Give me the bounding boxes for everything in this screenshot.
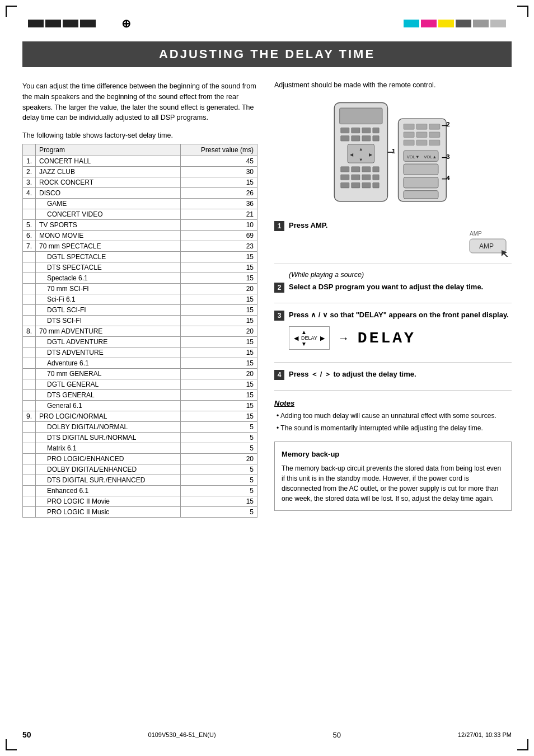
table-cell-value: 15 (181, 379, 257, 390)
table-row: 3.ROCK CONCERT15 (23, 177, 257, 188)
table-cell-num (23, 464, 36, 475)
svg-rect-6 (341, 136, 349, 142)
table-cell-program: PRO LOGIC II Movie (36, 496, 181, 507)
svg-rect-31 (404, 132, 414, 138)
intro-paragraph: You can adjust the time difference betwe… (22, 81, 257, 123)
table-cell-num: 6. (23, 231, 36, 241)
table-cell-num (23, 475, 36, 486)
svg-text:4: 4 (446, 175, 450, 181)
table-cell-program: Sci-Fi 6.1 (36, 294, 181, 305)
table-cell-program: PRO LOGIC/ENHANCED (36, 454, 181, 464)
table-cell-num (23, 294, 36, 305)
table-cell-value: 15 (181, 411, 257, 422)
delay-display: ◀ ▲ DELAY ▼ ▶ → DELAY (289, 326, 512, 350)
svg-text:1: 1 (392, 148, 396, 154)
table-row: DOLBY DIGITAL/NORMAL5 (23, 422, 257, 433)
table-cell-program: DTS DIGITAL SUR./ENHANCED (36, 475, 181, 486)
table-cell-program: PRO LOGIC/NORMAL (36, 411, 181, 422)
table-cell-value: 15 (181, 273, 257, 284)
svg-rect-22 (373, 175, 379, 180)
delay-display-word: DELAY (358, 330, 416, 347)
table-row: DGTL SPECTACLE15 (23, 252, 257, 262)
svg-rect-1 (340, 108, 382, 124)
table-cell-program: GAME (36, 199, 181, 209)
table-cell-num (23, 422, 36, 433)
svg-rect-35 (416, 140, 427, 145)
table-cell-num (23, 348, 36, 358)
table-cell-num (23, 433, 36, 443)
table-cell-program: MONO MOVIE (36, 231, 181, 241)
memory-box-text: The memory back-up circuit prevents the … (282, 464, 501, 503)
table-cell-value: 15 (181, 177, 257, 188)
dark-bar (456, 20, 471, 27)
svg-rect-26 (373, 182, 379, 188)
table-row: 9.PRO LOGIC/NORMAL15 (23, 411, 257, 422)
table-row: DGTL ADVENTURE15 (23, 337, 257, 348)
table-row: Adventure 6.115 (23, 358, 257, 369)
table-cell-num: 7. (23, 241, 36, 252)
table-cell-value: 69 (181, 231, 257, 241)
table-row: GAME36 (23, 199, 257, 209)
table-cell-num: 3. (23, 177, 36, 188)
table-cell-value: 20 (181, 454, 257, 464)
table-cell-num: 8. (23, 326, 36, 337)
cyan-bar (404, 20, 419, 27)
svg-text:VOL▼: VOL▼ (407, 154, 420, 159)
svg-rect-28 (404, 124, 414, 130)
table-cell-program: Enhanced 6.1 (36, 486, 181, 496)
step-1-number: 1 (274, 221, 284, 231)
table-cell-value: 15 (181, 262, 257, 273)
table-cell-program: DGTL SCI-FI (36, 305, 181, 316)
table-cell-value: 15 (181, 348, 257, 358)
corner-tr (517, 6, 528, 17)
left-column: You can adjust the time difference betwe… (22, 81, 257, 518)
table-row: 5.TV SPORTS10 (23, 220, 257, 231)
table-cell-value: 36 (181, 199, 257, 209)
main-content: You can adjust the time difference betwe… (22, 81, 512, 518)
svg-rect-3 (352, 128, 360, 133)
step-2-label: (While playing a source) (289, 271, 512, 279)
table-row: DOLBY DIGITAL/ENHANCED5 (23, 464, 257, 475)
svg-rect-19 (341, 175, 349, 180)
table-cell-num (23, 369, 36, 379)
table-cell-program: DISCO (36, 188, 181, 199)
note-item-2: • The sound is momentarily interrupted w… (274, 423, 512, 433)
table-cell-num (23, 390, 36, 401)
table-cell-program: DTS SCI-FI (36, 316, 181, 326)
delay-table: Program Preset value (ms) 1.CONCERT HALL… (22, 144, 257, 518)
gray-bar-1 (473, 20, 489, 27)
top-bar: ⊕ (22, 17, 512, 30)
page-container: ⊕ ADJUSTING THE DELAY TIME You can adjus… (0, 0, 534, 756)
svg-text:VOL▲: VOL▲ (424, 154, 437, 159)
svg-rect-23 (341, 182, 349, 188)
table-cell-value: 30 (181, 167, 257, 177)
svg-rect-16 (352, 167, 360, 172)
adj-note: Adjustment should be made with the remot… (274, 81, 512, 89)
svg-rect-7 (352, 136, 360, 142)
footer-code: 0109V530_46-51_EN(U) (148, 731, 216, 738)
svg-rect-34 (404, 140, 414, 145)
col-value-header: Preset value (ms) (181, 144, 257, 156)
svg-rect-29 (416, 124, 427, 130)
step-1-text: Press AMP. (289, 220, 327, 231)
table-cell-num (23, 443, 36, 454)
table-cell-num (23, 273, 36, 284)
svg-rect-20 (352, 175, 360, 180)
table-row: DTS ADVENTURE15 (23, 348, 257, 358)
table-cell-num: 4. (23, 188, 36, 199)
table-row: 6.MONO MOVIE69 (23, 231, 257, 241)
table-cell-program: DTS ADVENTURE (36, 348, 181, 358)
step-4-number: 4 (274, 370, 284, 380)
table-row: CONCERT VIDEO21 (23, 209, 257, 220)
svg-text:AMP: AMP (470, 231, 482, 237)
table-row: DTS SPECTACLE15 (23, 262, 257, 273)
svg-rect-30 (429, 124, 440, 130)
table-cell-num: 1. (23, 156, 36, 167)
table-row: DTS SCI-FI15 (23, 316, 257, 326)
table-row: DGTL SCI-FI15 (23, 305, 257, 316)
svg-rect-33 (429, 132, 440, 138)
svg-text:AMP: AMP (479, 242, 494, 250)
col-program-header: Program (36, 144, 181, 156)
step-4-header: 4 Press ＜ / ＞ to adjust the delay time. (274, 369, 512, 380)
table-cell-program: General 6.1 (36, 401, 181, 411)
